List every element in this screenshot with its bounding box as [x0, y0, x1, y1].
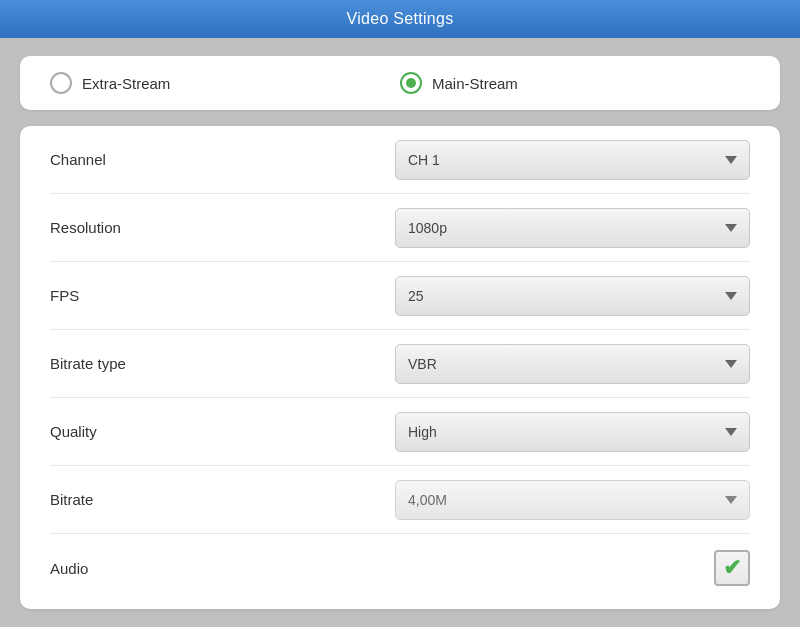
page-title: Video Settings: [346, 10, 453, 28]
fps-dropdown-arrow: [725, 292, 737, 300]
audio-label: Audio: [50, 560, 390, 577]
quality-control: High: [390, 412, 750, 452]
resolution-row: Resolution 1080p: [50, 194, 750, 262]
audio-checkmark: ✔: [723, 557, 741, 579]
fps-label: FPS: [50, 287, 390, 304]
bitrate-type-dropdown-arrow: [725, 360, 737, 368]
bitrate-label: Bitrate: [50, 491, 390, 508]
channel-value: CH 1: [408, 152, 440, 168]
bitrate-type-dropdown[interactable]: VBR: [395, 344, 750, 384]
extra-stream-option[interactable]: Extra-Stream: [50, 72, 400, 94]
bitrate-type-control: VBR: [390, 344, 750, 384]
channel-control: CH 1: [390, 140, 750, 180]
resolution-dropdown[interactable]: 1080p: [395, 208, 750, 248]
quality-label: Quality: [50, 423, 390, 440]
stream-selector-card: Extra-Stream Main-Stream: [20, 56, 780, 110]
bitrate-type-row: Bitrate type VBR: [50, 330, 750, 398]
quality-dropdown[interactable]: High: [395, 412, 750, 452]
main-stream-radio-inner: [406, 78, 416, 88]
content-area: Extra-Stream Main-Stream Channel CH 1 Re…: [0, 38, 800, 627]
fps-control: 25: [390, 276, 750, 316]
extra-stream-label: Extra-Stream: [82, 75, 170, 92]
audio-row: Audio ✔: [50, 534, 750, 602]
bitrate-value: 4,00M: [408, 492, 447, 508]
channel-label: Channel: [50, 151, 390, 168]
main-stream-radio[interactable]: [400, 72, 422, 94]
extra-stream-radio[interactable]: [50, 72, 72, 94]
main-stream-label: Main-Stream: [432, 75, 518, 92]
resolution-value: 1080p: [408, 220, 447, 236]
channel-row: Channel CH 1: [50, 126, 750, 194]
quality-dropdown-arrow: [725, 428, 737, 436]
channel-dropdown-arrow: [725, 156, 737, 164]
audio-control: ✔: [390, 550, 750, 586]
bitrate-type-value: VBR: [408, 356, 437, 372]
bitrate-control: 4,00M: [390, 480, 750, 520]
bitrate-row: Bitrate 4,00M: [50, 466, 750, 534]
settings-card: Channel CH 1 Resolution 1080p FPS: [20, 126, 780, 609]
fps-value: 25: [408, 288, 424, 304]
audio-checkbox[interactable]: ✔: [714, 550, 750, 586]
title-bar: Video Settings: [0, 0, 800, 38]
channel-dropdown[interactable]: CH 1: [395, 140, 750, 180]
quality-row: Quality High: [50, 398, 750, 466]
fps-row: FPS 25: [50, 262, 750, 330]
resolution-control: 1080p: [390, 208, 750, 248]
main-stream-option[interactable]: Main-Stream: [400, 72, 750, 94]
resolution-dropdown-arrow: [725, 224, 737, 232]
fps-dropdown[interactable]: 25: [395, 276, 750, 316]
bitrate-type-label: Bitrate type: [50, 355, 390, 372]
bitrate-dropdown[interactable]: 4,00M: [395, 480, 750, 520]
bitrate-dropdown-arrow: [725, 496, 737, 504]
quality-value: High: [408, 424, 437, 440]
resolution-label: Resolution: [50, 219, 390, 236]
